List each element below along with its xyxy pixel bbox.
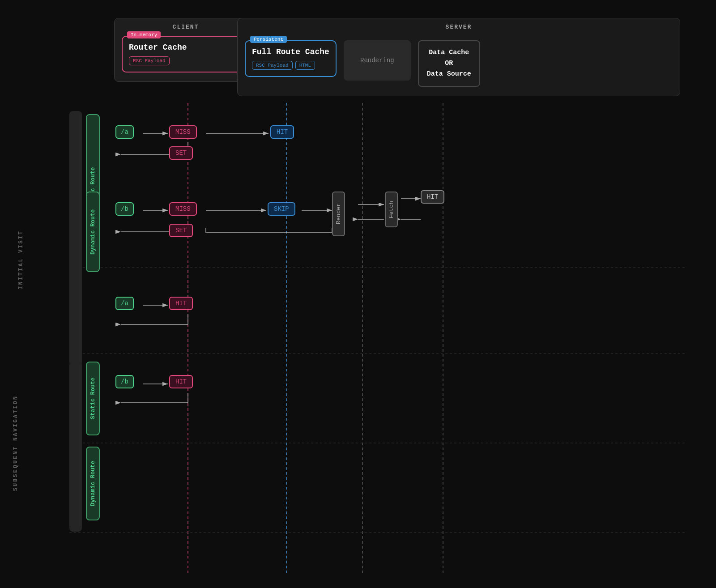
hit-badge-blue-1: HIT bbox=[270, 125, 294, 139]
router-cache-title: Router Cache bbox=[129, 43, 243, 52]
client-label: CLIENT bbox=[122, 24, 250, 30]
rendering-box: Rendering bbox=[344, 40, 411, 81]
hit-badge-pink-2: HIT bbox=[169, 375, 193, 388]
hit-badge-gray: HIT bbox=[421, 190, 444, 204]
subsequent-nav-phase-box bbox=[69, 362, 82, 532]
dynamic-route-label-2: Dynamic Route bbox=[86, 447, 100, 520]
initial-visit-phase-box bbox=[69, 111, 82, 366]
frc-html-tag: HTML bbox=[295, 61, 315, 70]
miss-badge-1: MISS bbox=[169, 125, 197, 139]
persistent-tag: Persistent bbox=[250, 36, 287, 43]
frc-rsc-tag: RSC Payload bbox=[252, 61, 293, 70]
set-badge-2: SET bbox=[169, 224, 193, 237]
client-section-box: CLIENT In-memory Router Cache RSC Payloa… bbox=[114, 18, 257, 82]
server-section-box: SERVER Persistent Full Route Cache RSC P… bbox=[237, 18, 680, 96]
fetch-badge: Fetch bbox=[385, 192, 398, 227]
server-label: SERVER bbox=[245, 24, 673, 30]
hit-badge-pink-1: HIT bbox=[169, 297, 193, 310]
static-route-label-2: Static Route bbox=[86, 362, 100, 435]
path-a-badge-1: /a bbox=[115, 125, 134, 139]
data-cache-box: Data Cache OR Data Source bbox=[418, 40, 480, 87]
dynamic-route-label-1: Dynamic Route bbox=[86, 192, 100, 272]
render-badge: Render bbox=[332, 192, 345, 236]
full-route-cache-title: Full Route Cache bbox=[252, 47, 329, 56]
rsc-payload-tag: RSC Payload bbox=[129, 56, 170, 65]
skip-badge: SKIP bbox=[268, 202, 295, 216]
subsequent-nav-label: SUBSEQUENT NAVIGATION bbox=[13, 358, 19, 528]
initial-visit-label: INITIAL VISIT bbox=[18, 130, 24, 389]
diagram-container: CLIENT In-memory Router Cache RSC Payloa… bbox=[0, 0, 716, 588]
miss-badge-2: MISS bbox=[169, 202, 197, 216]
path-b-badge-1: /b bbox=[115, 202, 134, 216]
set-badge-1: SET bbox=[169, 146, 193, 160]
inmemory-tag: In-memory bbox=[127, 31, 161, 38]
path-a-badge-2: /a bbox=[115, 297, 134, 310]
path-b-badge-2: /b bbox=[115, 375, 134, 388]
